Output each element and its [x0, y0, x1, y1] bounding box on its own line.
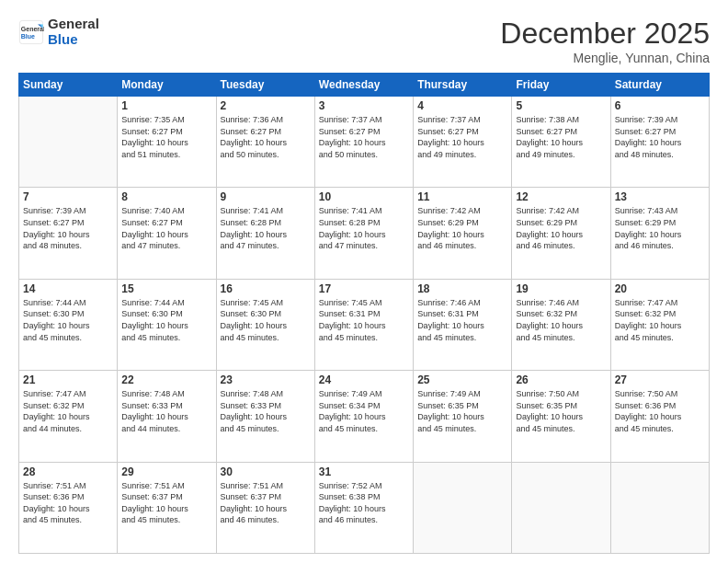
day-info: Sunrise: 7:44 AMSunset: 6:30 PMDaylight:…: [121, 297, 211, 343]
day-info: Sunrise: 7:50 AMSunset: 6:36 PMDaylight:…: [615, 388, 705, 434]
calendar-cell: 15Sunrise: 7:44 AMSunset: 6:30 PMDayligh…: [118, 279, 216, 370]
day-number: 29: [121, 465, 211, 478]
day-info: Sunrise: 7:43 AMSunset: 6:29 PMDaylight:…: [615, 205, 705, 251]
day-number: 28: [23, 465, 113, 478]
day-number: 2: [221, 99, 311, 112]
day-number: 7: [23, 190, 113, 203]
calendar-cell: 9Sunrise: 7:41 AMSunset: 6:28 PMDaylight…: [216, 188, 314, 279]
calendar-cell: 12Sunrise: 7:42 AMSunset: 6:29 PMDayligh…: [512, 188, 610, 279]
day-info: Sunrise: 7:46 AMSunset: 6:32 PMDaylight:…: [516, 297, 606, 343]
calendar-cell: [414, 462, 512, 553]
day-header-wednesday: Wednesday: [314, 74, 413, 97]
day-number: 13: [615, 190, 705, 203]
day-number: 23: [221, 373, 311, 386]
day-number: 8: [121, 190, 211, 203]
day-info: Sunrise: 7:41 AMSunset: 6:28 PMDaylight:…: [221, 205, 311, 251]
calendar-cell: [19, 97, 118, 188]
calendar: SundayMondayTuesdayWednesdayThursdayFrid…: [18, 73, 710, 554]
day-number: 15: [121, 282, 211, 295]
day-info: Sunrise: 7:38 AMSunset: 6:27 PMDaylight:…: [516, 114, 606, 160]
calendar-cell: 7Sunrise: 7:39 AMSunset: 6:27 PMDaylight…: [19, 188, 118, 279]
day-number: 20: [615, 282, 705, 295]
day-number: 31: [319, 465, 409, 478]
day-info: Sunrise: 7:35 AMSunset: 6:27 PMDaylight:…: [121, 114, 211, 160]
page: General Blue General Blue December 2025 …: [0, 0, 728, 563]
day-info: Sunrise: 7:40 AMSunset: 6:27 PMDaylight:…: [121, 205, 211, 251]
day-info: Sunrise: 7:41 AMSunset: 6:28 PMDaylight:…: [319, 205, 409, 251]
calendar-cell: 14Sunrise: 7:44 AMSunset: 6:30 PMDayligh…: [19, 279, 118, 370]
day-number: 24: [319, 373, 409, 386]
day-number: 25: [417, 373, 507, 386]
calendar-header-row: SundayMondayTuesdayWednesdayThursdayFrid…: [19, 74, 710, 97]
day-number: 6: [615, 99, 705, 112]
day-number: 17: [319, 282, 409, 295]
day-number: 22: [121, 373, 211, 386]
location: Menglie, Yunnan, China: [500, 51, 710, 65]
day-number: 11: [417, 190, 507, 203]
calendar-cell: 19Sunrise: 7:46 AMSunset: 6:32 PMDayligh…: [512, 279, 610, 370]
calendar-cell: 30Sunrise: 7:51 AMSunset: 6:37 PMDayligh…: [216, 462, 314, 553]
day-number: 1: [121, 99, 211, 112]
day-info: Sunrise: 7:45 AMSunset: 6:30 PMDaylight:…: [221, 297, 311, 343]
day-info: Sunrise: 7:49 AMSunset: 6:35 PMDaylight:…: [417, 388, 507, 434]
calendar-cell: 31Sunrise: 7:52 AMSunset: 6:38 PMDayligh…: [314, 462, 413, 553]
calendar-cell: 23Sunrise: 7:48 AMSunset: 6:33 PMDayligh…: [216, 371, 314, 462]
day-info: Sunrise: 7:39 AMSunset: 6:27 PMDaylight:…: [615, 114, 705, 160]
day-number: 19: [516, 282, 606, 295]
day-number: 30: [221, 465, 311, 478]
calendar-cell: [512, 462, 610, 553]
calendar-cell: 11Sunrise: 7:42 AMSunset: 6:29 PMDayligh…: [414, 188, 512, 279]
day-info: Sunrise: 7:46 AMSunset: 6:31 PMDaylight:…: [417, 297, 507, 343]
title-block: December 2025 Menglie, Yunnan, China: [500, 17, 710, 65]
calendar-cell: 16Sunrise: 7:45 AMSunset: 6:30 PMDayligh…: [216, 279, 314, 370]
day-number: 10: [319, 190, 409, 203]
calendar-cell: 22Sunrise: 7:48 AMSunset: 6:33 PMDayligh…: [118, 371, 216, 462]
day-number: 18: [417, 282, 507, 295]
day-number: 16: [221, 282, 311, 295]
calendar-cell: 2Sunrise: 7:36 AMSunset: 6:27 PMDaylight…: [216, 97, 314, 188]
day-info: Sunrise: 7:45 AMSunset: 6:31 PMDaylight:…: [319, 297, 409, 343]
calendar-week-4: 28Sunrise: 7:51 AMSunset: 6:36 PMDayligh…: [19, 462, 710, 553]
day-info: Sunrise: 7:51 AMSunset: 6:36 PMDaylight:…: [23, 480, 113, 526]
day-number: 3: [319, 99, 409, 112]
day-info: Sunrise: 7:36 AMSunset: 6:27 PMDaylight:…: [221, 114, 311, 160]
calendar-cell: 10Sunrise: 7:41 AMSunset: 6:28 PMDayligh…: [314, 188, 413, 279]
calendar-cell: 29Sunrise: 7:51 AMSunset: 6:37 PMDayligh…: [118, 462, 216, 553]
day-info: Sunrise: 7:52 AMSunset: 6:38 PMDaylight:…: [319, 480, 409, 526]
day-number: 27: [615, 373, 705, 386]
day-number: 9: [221, 190, 311, 203]
calendar-cell: 3Sunrise: 7:37 AMSunset: 6:27 PMDaylight…: [314, 97, 413, 188]
day-info: Sunrise: 7:39 AMSunset: 6:27 PMDaylight:…: [23, 205, 113, 251]
calendar-cell: 4Sunrise: 7:37 AMSunset: 6:27 PMDaylight…: [414, 97, 512, 188]
svg-rect-0: [19, 20, 42, 43]
calendar-cell: 28Sunrise: 7:51 AMSunset: 6:36 PMDayligh…: [19, 462, 118, 553]
day-header-tuesday: Tuesday: [216, 74, 314, 97]
day-header-friday: Friday: [512, 74, 610, 97]
calendar-cell: 18Sunrise: 7:46 AMSunset: 6:31 PMDayligh…: [414, 279, 512, 370]
calendar-cell: 1Sunrise: 7:35 AMSunset: 6:27 PMDaylight…: [118, 97, 216, 188]
calendar-cell: 25Sunrise: 7:49 AMSunset: 6:35 PMDayligh…: [414, 371, 512, 462]
logo: General Blue General Blue: [18, 17, 99, 47]
day-info: Sunrise: 7:50 AMSunset: 6:35 PMDaylight:…: [516, 388, 606, 434]
day-header-monday: Monday: [118, 74, 216, 97]
calendar-cell: 5Sunrise: 7:38 AMSunset: 6:27 PMDaylight…: [512, 97, 610, 188]
day-number: 12: [516, 190, 606, 203]
calendar-cell: 26Sunrise: 7:50 AMSunset: 6:35 PMDayligh…: [512, 371, 610, 462]
logo-general-text: General: [48, 17, 99, 32]
day-header-thursday: Thursday: [414, 74, 512, 97]
day-info: Sunrise: 7:51 AMSunset: 6:37 PMDaylight:…: [221, 480, 311, 526]
calendar-cell: 24Sunrise: 7:49 AMSunset: 6:34 PMDayligh…: [314, 371, 413, 462]
header: General Blue General Blue December 2025 …: [18, 17, 710, 65]
day-info: Sunrise: 7:47 AMSunset: 6:32 PMDaylight:…: [615, 297, 705, 343]
day-info: Sunrise: 7:48 AMSunset: 6:33 PMDaylight:…: [221, 388, 311, 434]
day-info: Sunrise: 7:51 AMSunset: 6:37 PMDaylight:…: [121, 480, 211, 526]
day-info: Sunrise: 7:37 AMSunset: 6:27 PMDaylight:…: [319, 114, 409, 160]
day-number: 4: [417, 99, 507, 112]
day-number: 21: [23, 373, 113, 386]
calendar-week-3: 21Sunrise: 7:47 AMSunset: 6:32 PMDayligh…: [19, 371, 710, 462]
calendar-cell: 21Sunrise: 7:47 AMSunset: 6:32 PMDayligh…: [19, 371, 118, 462]
day-header-saturday: Saturday: [610, 74, 709, 97]
calendar-cell: 20Sunrise: 7:47 AMSunset: 6:32 PMDayligh…: [610, 279, 709, 370]
calendar-cell: [610, 462, 709, 553]
day-info: Sunrise: 7:42 AMSunset: 6:29 PMDaylight:…: [417, 205, 507, 251]
